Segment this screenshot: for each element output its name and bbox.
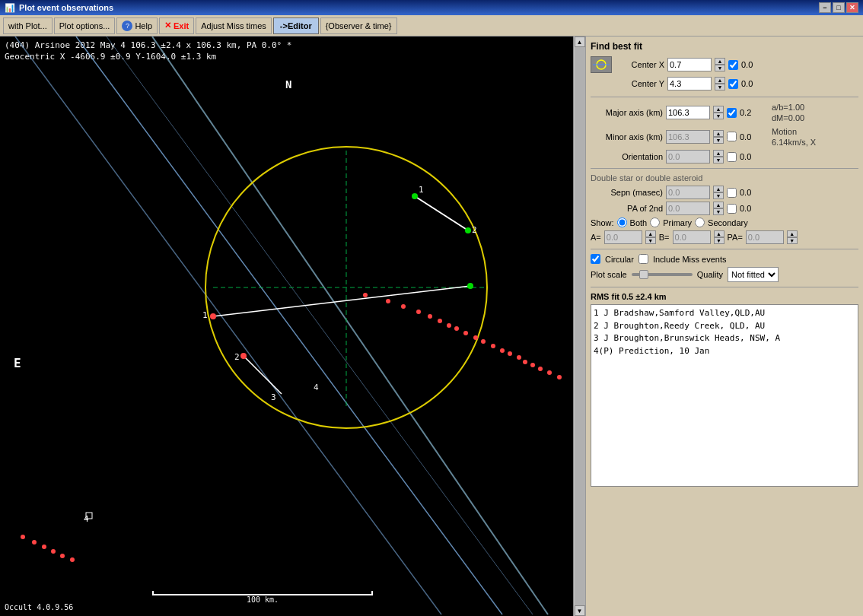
minor-axis-label: Minor axis (km) (591, 132, 663, 141)
motion-info: Motion 6.14km/s, X (772, 126, 816, 148)
center-y-check[interactable] (728, 79, 738, 89)
rms-fit-label: RMS fit 0.5 ±2.4 km (591, 292, 858, 301)
svg-point-45 (42, 545, 46, 549)
show-both-radio[interactable] (617, 218, 627, 227)
circular-label: Circular (605, 255, 634, 264)
svg-point-35 (500, 348, 505, 353)
sepn-spin[interactable]: ▲ ▼ (713, 186, 724, 199)
app-icon: 📊 (5, 3, 15, 13)
major-axis-input[interactable] (666, 106, 710, 119)
include-miss-check[interactable] (638, 254, 648, 264)
svg-point-26 (416, 310, 421, 314)
svg-point-47 (60, 554, 65, 558)
plot-options-button[interactable]: Plot options... (54, 17, 116, 34)
major-axis-down[interactable]: ▼ (713, 113, 724, 119)
pa-2nd-label: PA of 2nd (591, 204, 663, 213)
quality-select[interactable]: Not fittedPoorFairGoodExcellent (728, 267, 779, 282)
title-bar-text: Plot event observations (19, 3, 113, 12)
sepn-up[interactable]: ▲ (713, 186, 724, 192)
motion-value: 6.14km/s, X (772, 137, 816, 148)
a-input[interactable] (604, 230, 642, 244)
orientation-row: Orientation ▲ ▼ 0.0 (591, 150, 858, 164)
show-secondary-radio[interactable] (695, 218, 705, 227)
svg-line-3 (15, 37, 441, 614)
orientation-up[interactable]: ▲ (713, 150, 724, 157)
major-axis-check[interactable] (727, 108, 737, 118)
orientation-spin[interactable]: ▲ ▼ (713, 150, 724, 164)
dm-value: dM=0.00 (772, 113, 804, 123)
svg-line-0 (76, 37, 502, 614)
minor-axis-input[interactable] (666, 130, 710, 144)
pa-2nd-row: PA of 2nd ▲ ▼ 0.0 (591, 202, 858, 215)
circular-check[interactable] (591, 254, 600, 264)
with-plot-button[interactable]: with Plot... (3, 17, 53, 34)
scroll-down[interactable]: ▼ (575, 605, 585, 616)
center-x-down[interactable]: ▼ (715, 65, 725, 71)
svg-point-9 (465, 227, 471, 233)
adjust-miss-times-button[interactable]: Adjust Miss times (196, 17, 272, 34)
pa-2nd-spin[interactable]: ▲ ▼ (713, 202, 724, 215)
svg-point-14 (467, 283, 473, 289)
scroll-up[interactable]: ▲ (575, 37, 585, 47)
pa-2nd-check[interactable] (727, 204, 737, 214)
right-panel: Find best fit Center X ▲ ▼ 0.0 (585, 37, 863, 616)
svg-point-48 (70, 557, 75, 562)
show-primary-radio[interactable] (650, 218, 660, 227)
sepn-input[interactable] (666, 186, 710, 199)
maximize-button[interactable]: □ (833, 2, 845, 13)
minor-axis-spin[interactable]: ▲ ▼ (713, 130, 724, 144)
slider-thumb[interactable] (639, 270, 648, 279)
orientation-down[interactable]: ▼ (713, 157, 724, 164)
pa-spin[interactable]: ▲ ▼ (787, 230, 798, 244)
b-label: B= (659, 233, 670, 242)
b-input[interactable] (673, 230, 711, 244)
sepn-check[interactable] (727, 188, 737, 198)
svg-point-13 (210, 313, 216, 319)
major-axis-up[interactable]: ▲ (713, 106, 724, 113)
pa-input[interactable] (746, 230, 784, 244)
svg-point-33 (481, 339, 486, 344)
center-x-check[interactable] (728, 60, 738, 70)
center-x-input[interactable] (667, 58, 712, 71)
observer-time-button[interactable]: {Observer & time} (320, 17, 397, 34)
minimize-button[interactable]: − (819, 2, 831, 13)
center-x-spin[interactable]: ▲ ▼ (715, 58, 725, 71)
show-label: Show: (591, 218, 614, 227)
plot-scale-slider[interactable] (632, 273, 693, 276)
center-x-label: Center X (615, 60, 664, 69)
a-spin[interactable]: ▲ ▼ (645, 230, 656, 244)
center-x-up[interactable]: ▲ (715, 58, 725, 65)
svg-point-40 (538, 367, 543, 371)
list-item: 1 J Bradshaw,Samford Valley,QLD,AU (594, 307, 855, 320)
orientation-input[interactable] (666, 150, 710, 164)
svg-point-37 (517, 355, 521, 360)
list-item: 3 J Broughton,Brunswick Heads, NSW, A (594, 332, 855, 345)
scroll-track[interactable] (575, 47, 585, 605)
close-button[interactable]: ✕ (846, 2, 858, 13)
center-y-spin[interactable]: ▲ ▼ (715, 77, 725, 90)
pa-2nd-up[interactable]: ▲ (713, 202, 724, 208)
center-y-down[interactable]: ▼ (715, 84, 725, 90)
plot-scrollbar[interactable]: ▲ ▼ (573, 37, 585, 616)
svg-line-7 (415, 196, 468, 230)
minor-axis-up[interactable]: ▲ (713, 130, 724, 137)
exit-button[interactable]: ✕ Exit (159, 17, 194, 34)
center-y-input[interactable] (667, 77, 712, 90)
major-axis-spin[interactable]: ▲ ▼ (713, 106, 724, 119)
svg-point-29 (447, 323, 451, 328)
help-icon: ? (122, 21, 132, 31)
scale-bar: 100 km. (152, 591, 373, 604)
pa-2nd-input[interactable] (666, 202, 710, 215)
svg-text:1: 1 (202, 310, 208, 320)
sepn-down[interactable]: ▼ (713, 192, 724, 199)
help-button[interactable]: ? Help (116, 17, 158, 34)
svg-point-27 (428, 314, 432, 319)
b-spin[interactable]: ▲ ▼ (714, 230, 724, 244)
svg-text:2: 2 (472, 225, 477, 235)
pa-2nd-down[interactable]: ▼ (713, 208, 724, 215)
center-y-up[interactable]: ▲ (715, 77, 725, 84)
minor-axis-check[interactable] (727, 132, 737, 141)
editor-button[interactable]: ->Editor (273, 17, 319, 34)
orientation-check[interactable] (727, 152, 737, 162)
minor-axis-down[interactable]: ▼ (713, 137, 724, 144)
